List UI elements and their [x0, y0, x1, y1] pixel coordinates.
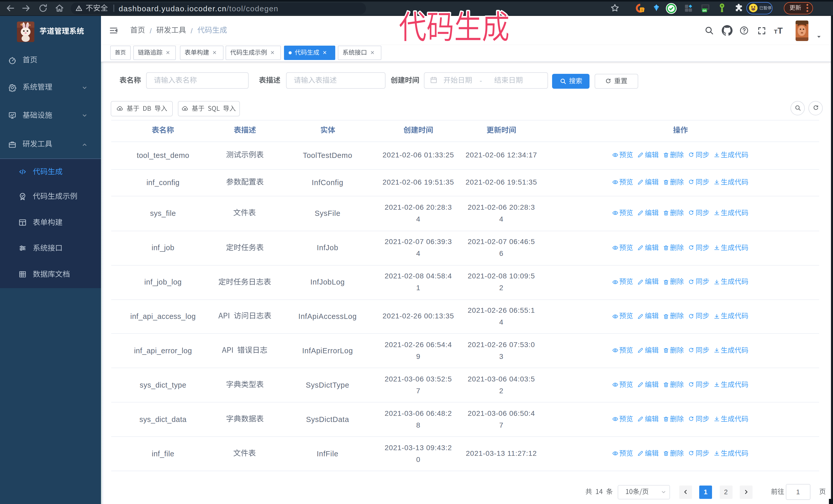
svg-text:T: T — [778, 26, 783, 35]
svg-text:on: on — [703, 9, 706, 12]
svg-text:1: 1 — [641, 8, 643, 11]
svg-text:T: T — [774, 28, 778, 35]
